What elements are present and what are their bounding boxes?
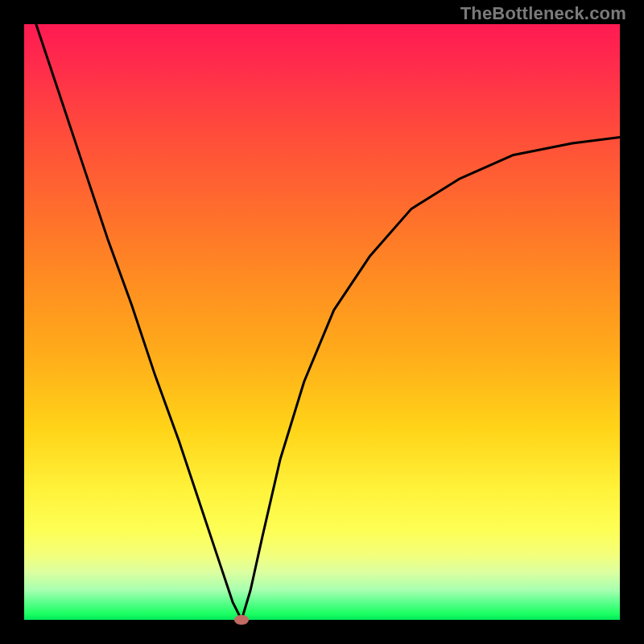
chart-frame: TheBottleneck.com <box>0 0 644 644</box>
curve-svg <box>24 24 620 620</box>
plot-area <box>24 24 620 620</box>
curve-path <box>36 24 620 620</box>
minimum-marker <box>234 615 249 625</box>
watermark-text: TheBottleneck.com <box>460 3 626 24</box>
